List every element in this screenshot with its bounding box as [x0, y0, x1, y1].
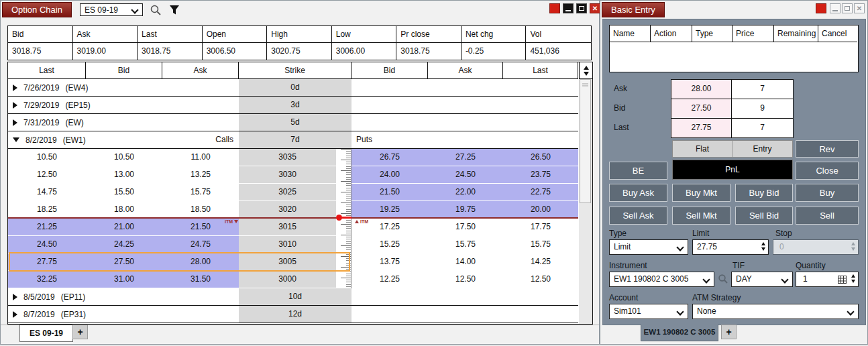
collapse-arrow-icon[interactable] [13, 137, 19, 142]
quote-price-cell[interactable]: 27.50 [671, 99, 732, 118]
put-bid-cell[interactable]: 21.50 [351, 184, 428, 200]
sell-market-button[interactable]: Sell Mkt [672, 207, 730, 225]
account-select[interactable]: Sim101 [609, 304, 688, 319]
close-button[interactable]: ✕ [854, 3, 865, 13]
put-ask-cell[interactable]: 24.50 [428, 166, 503, 183]
call-ask-cell[interactable]: 24.75 [162, 236, 239, 253]
call-ask-cell[interactable]: 15.75 [162, 184, 239, 200]
expiry-row[interactable]: 7/31/2019(EW)5d [8, 114, 578, 131]
quote-price-cell[interactable]: 28.00 [671, 80, 732, 99]
add-tab-button[interactable]: + [721, 325, 737, 339]
expiry-row[interactable]: 8/7/2019(EP31)12d [8, 306, 578, 323]
put-last-cell[interactable]: 15.75 [503, 236, 578, 253]
stepper-arrows[interactable] [851, 274, 855, 283]
sell-ask-button[interactable]: Sell Ask [609, 207, 667, 225]
quote-price-cell[interactable]: 27.75 [671, 119, 732, 137]
minimize-button[interactable] [563, 3, 574, 13]
call-last-cell[interactable]: 27.75 [8, 253, 86, 270]
call-ask-cell[interactable]: 11.00 [162, 149, 239, 166]
call-bid-cell[interactable]: 10.50 [86, 149, 162, 166]
orders-column-header[interactable]: Price [733, 25, 774, 42]
order-type-select[interactable]: Limit [609, 239, 688, 255]
quantity-stepper[interactable]: 1 [796, 272, 859, 287]
reverse-button[interactable]: Rev [796, 140, 859, 158]
put-bid-cell[interactable]: 24.00 [351, 166, 428, 183]
vertical-scrollbar[interactable] [579, 79, 592, 324]
buy-market-button[interactable]: Buy Mkt [672, 184, 730, 202]
put-bid-cell[interactable]: 26.75 [351, 149, 428, 166]
chain-column-header[interactable]: Bid [86, 62, 162, 79]
put-bid-cell[interactable]: 12.25 [351, 271, 428, 288]
sell-button[interactable]: Sell [796, 207, 859, 225]
search-icon[interactable] [150, 4, 162, 16]
close-button[interactable]: ✕ [590, 3, 600, 13]
orders-column-header[interactable]: Cancel [818, 25, 857, 42]
put-ask-cell[interactable]: 15.75 [428, 236, 503, 253]
orders-column-header[interactable]: Action [651, 25, 692, 42]
chain-column-header[interactable]: Ask [162, 62, 239, 79]
chain-scroll-stepper[interactable] [579, 62, 592, 79]
put-last-cell[interactable]: 20.00 [503, 201, 578, 218]
put-ask-cell[interactable]: 12.50 [428, 271, 503, 288]
link-button[interactable] [816, 3, 826, 13]
orders-column-header[interactable]: Type [692, 25, 733, 42]
buy-bid-button[interactable]: Buy Bid [735, 184, 793, 202]
call-ask-cell[interactable]: 28.00 [162, 253, 239, 270]
entry-button[interactable]: Entry [733, 141, 792, 157]
orders-column-header[interactable]: Remaining [774, 25, 818, 42]
limit-price-stepper[interactable]: 27.75 [692, 239, 769, 255]
call-last-cell[interactable]: 32.25 [8, 271, 86, 288]
chain-column-header[interactable]: Last [503, 62, 578, 79]
put-bid-cell[interactable]: 19.25 [351, 201, 428, 218]
chain-column-header[interactable]: Strike [239, 62, 351, 79]
strike-cell[interactable]: 3000 [239, 271, 336, 288]
call-ask-cell[interactable]: 18.50 [162, 201, 239, 218]
strike-cell[interactable]: 3030 [239, 166, 336, 183]
buy-ask-button[interactable]: Buy Ask [609, 184, 667, 202]
call-last-cell[interactable]: 21.25 [8, 219, 86, 235]
expiry-row[interactable]: 8/5/2019(EP11)10d [8, 288, 578, 306]
link-button[interactable] [549, 3, 560, 13]
quantity-keypad-icon[interactable] [838, 276, 847, 284]
strike-cell[interactable]: 3020 [239, 201, 336, 218]
put-ask-cell[interactable]: 14.00 [428, 253, 503, 270]
expand-arrow-icon[interactable] [13, 294, 17, 300]
strike-cell[interactable]: 3015 [239, 219, 336, 235]
call-bid-cell[interactable]: 13.00 [86, 166, 162, 183]
call-ask-cell[interactable]: 31.50 [162, 271, 239, 288]
chain-column-header[interactable]: Ask [428, 62, 503, 79]
expiry-row[interactable]: 7/29/2019(EP15)3d [8, 97, 578, 114]
tab-es-09-19[interactable]: ES 09-19 [19, 325, 73, 342]
strike-cell[interactable]: 3010 [239, 236, 336, 253]
strike-cell[interactable]: 3035 [239, 149, 336, 166]
minimize-button[interactable] [830, 3, 840, 13]
call-last-cell[interactable]: 18.25 [8, 201, 86, 218]
put-ask-cell[interactable]: 17.50 [428, 219, 503, 235]
put-last-cell[interactable]: 23.75 [503, 166, 578, 183]
put-last-cell[interactable]: 26.50 [503, 149, 578, 166]
expiry-row[interactable]: 7/26/2019(EW4)0d [8, 79, 578, 97]
instrument-select[interactable]: EW1 190802 C 3005 [609, 272, 714, 287]
atm-strategy-select[interactable]: None [692, 304, 859, 319]
flat-button[interactable]: Flat [673, 141, 733, 157]
maximize-button[interactable] [576, 3, 587, 13]
call-last-cell[interactable]: 24.50 [8, 236, 86, 253]
chain-column-header[interactable]: Bid [351, 62, 428, 79]
add-tab-button[interactable]: + [72, 325, 88, 339]
put-ask-cell[interactable]: 27.25 [428, 149, 503, 166]
instrument-search-icon[interactable] [718, 274, 730, 286]
buy-button[interactable]: Buy [796, 184, 859, 202]
call-bid-cell[interactable]: 24.25 [86, 236, 162, 253]
stepper-arrows[interactable] [761, 242, 765, 251]
strike-cell[interactable]: 3025 [239, 184, 336, 200]
call-bid-cell[interactable]: 27.50 [86, 253, 162, 270]
sell-bid-button[interactable]: Sell Bid [735, 207, 793, 225]
call-bid-cell[interactable]: 15.50 [86, 184, 162, 200]
maximize-button[interactable] [842, 3, 853, 13]
filter-funnel-icon[interactable] [168, 4, 180, 16]
put-ask-cell[interactable]: 22.00 [428, 184, 503, 200]
strike-cell[interactable]: 3005 [239, 253, 336, 270]
tab-ew1-190802-c-3005[interactable]: EW1 190802 C 3005 [641, 325, 718, 341]
put-last-cell[interactable]: 12.50 [503, 271, 578, 288]
tif-select[interactable]: DAY [731, 272, 793, 287]
